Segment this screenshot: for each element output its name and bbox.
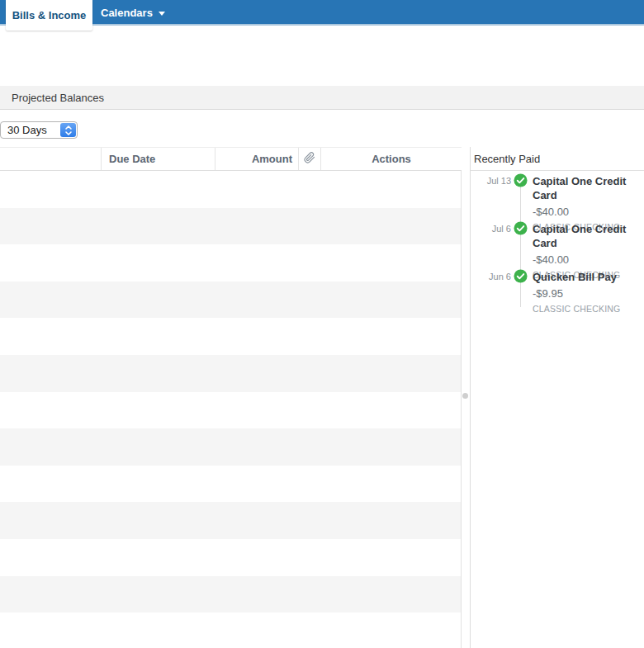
tab-calendars-label: Calendars <box>101 7 153 19</box>
entry-body: Quicken Bill Pay -$9.95 CLASSIC CHECKING <box>533 270 644 315</box>
range-select-value: 30 Days <box>7 124 47 136</box>
recently-paid-list: Jul 13 Capital One Credit Card -$40.00 C… <box>471 171 644 315</box>
entry-amount: -$9.95 <box>533 287 644 300</box>
column-header-amount[interactable]: Amount <box>215 148 298 170</box>
list-item[interactable]: Jul 6 Capital One Credit Card -$40.00 CL… <box>471 219 644 267</box>
entry-date: Jul 13 <box>471 175 511 187</box>
column-header-attachment[interactable] <box>298 148 320 170</box>
list-item[interactable]: Jun 6 Quicken Bill Pay -$9.95 CLASSIC CH… <box>471 267 644 315</box>
projected-balances-bar: Projected Balances <box>0 86 644 110</box>
bills-table-header: Due Date Amount Actions <box>0 147 462 171</box>
check-circle-icon <box>514 173 528 187</box>
column-header-due-date[interactable]: Due Date <box>101 148 215 170</box>
list-item[interactable]: Jul 13 Capital One Credit Card -$40.00 C… <box>471 171 644 219</box>
entry-payee: Capital One Credit Card <box>533 222 644 250</box>
tab-bills-income[interactable]: Bills & Income <box>6 0 92 31</box>
chevron-down-icon <box>159 12 165 16</box>
recently-paid-title: Recently Paid <box>474 153 540 165</box>
entry-account: CLASSIC CHECKING <box>533 304 644 315</box>
column-header-actions[interactable]: Actions <box>320 148 462 170</box>
entry-date: Jul 6 <box>471 223 511 235</box>
range-select[interactable]: 30 Days <box>0 121 78 139</box>
check-circle-icon <box>514 221 528 235</box>
select-stepper-icon <box>60 123 76 137</box>
entry-date: Jun 6 <box>471 271 511 283</box>
recently-paid-panel: Recently Paid Jul 13 Capital One Credit … <box>470 147 644 648</box>
paperclip-icon <box>304 152 315 166</box>
check-circle-icon <box>514 269 528 283</box>
column-header-name[interactable] <box>0 148 101 170</box>
recently-paid-header: Recently Paid <box>471 147 644 171</box>
entry-amount: -$40.00 <box>533 206 644 218</box>
tab-bar <box>0 0 644 26</box>
tab-bills-income-label: Bills & Income <box>12 9 87 21</box>
tab-calendars[interactable]: Calendars <box>101 0 165 26</box>
bills-table-body[interactable] <box>0 171 462 648</box>
splitter-handle[interactable] <box>462 393 468 399</box>
entry-amount: -$40.00 <box>533 253 644 266</box>
entry-payee: Capital One Credit Card <box>533 174 644 202</box>
projected-balances-title: Projected Balances <box>12 92 104 104</box>
entry-payee: Quicken Bill Pay <box>533 270 644 284</box>
